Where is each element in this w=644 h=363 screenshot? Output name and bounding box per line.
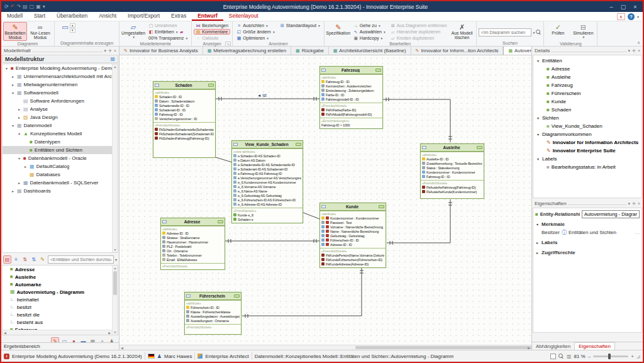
expander-icon[interactable]: ▸ (17, 181, 21, 185)
expander-icon[interactable]: ▸ (11, 82, 15, 87)
panel-menu-icon[interactable]: ▾ (628, 48, 631, 53)
merkmale-group[interactable]: ▾ Merkmale (535, 220, 640, 228)
expander-icon[interactable]: ▸ (23, 164, 28, 169)
edit-columns-icon[interactable]: ✎ (38, 255, 47, 264)
details-item-führerschein[interactable]: ■Führerschein (533, 89, 641, 98)
search-icon[interactable] (536, 30, 541, 35)
ribbon-tab-ansicht[interactable]: Ansicht (93, 11, 122, 21)
expander-icon[interactable]: ▾ (11, 91, 15, 95)
details-item-adresse[interactable]: ■Adresse (533, 65, 641, 73)
attribute-row[interactable]: Kundennummer : Kundennummer (422, 170, 482, 174)
create-content-button[interactable]: ▭▲▼ (57, 22, 80, 40)
attribute-row[interactable]: e.Schadenstelle-ID AS Schadenstelle-ID (233, 162, 301, 167)
tree-item-datenbankmodell-sqlserver[interactable]: ▸▦Datenbankmodell - SQLServer (3, 179, 118, 187)
list-item-beinhaltet[interactable]: ∟beinhaltet (3, 296, 118, 303)
zugriffsrechte-group[interactable]: ▸ Zugriffsrechte (535, 249, 640, 257)
pin-icon[interactable]: ✛ (108, 48, 112, 53)
größe-ändern-button[interactable]: ◱Größe ändern▾ (235, 29, 277, 35)
00-transparenz-button[interactable]: 00% Transparenz▾ (147, 35, 189, 41)
attribute-row[interactable]: Name : Namentliche Bezeichnung (321, 229, 384, 233)
panel-close-icon[interactable]: × (638, 48, 640, 53)
details-item-bearbeitungsstatus-in-arbeit[interactable]: ■Bearbeitungsstatus: in Arbeit (533, 163, 641, 171)
zoom-search-icon[interactable] (558, 354, 564, 359)
more-icon[interactable]: … (635, 230, 640, 235)
ribbon-tab-modell[interactable]: Modell (1, 11, 28, 21)
callouts-button[interactable]: ◌Callouts (194, 35, 230, 41)
attribute-row[interactable]: Führerschein-ID : ID (186, 305, 240, 310)
attribute-row[interactable]: Email : EMailAdresse (162, 257, 223, 262)
pin-icon[interactable]: ✛ (632, 48, 636, 53)
copy-icon[interactable]: ▤ (23, 4, 28, 9)
list-item-autovermietung-diagramm[interactable]: ▦Autovermietung - Diagramm (3, 288, 118, 296)
attribute-row[interactable]: Geburtstag : Geburtstag (321, 233, 384, 238)
attribute-row[interactable]: Schaden e (233, 217, 301, 221)
sync-icon[interactable]: ⟳ (4, 4, 9, 9)
language-flag-icon[interactable] (148, 354, 155, 359)
details-item-innovator-for-information-architects[interactable]: ✎Innovator for Information Architects (533, 138, 641, 147)
collapse-ribbon-icon[interactable]: ∧ (637, 40, 640, 45)
attribute-row[interactable]: e_6.Geburtstag AS Geburtstag (233, 193, 301, 198)
entity-adresse[interactable]: Adresse«attribute»Adresse-ID : IDStrasse… (160, 218, 225, 270)
tree-item-java-design[interactable]: ▸▨Java Design (3, 113, 118, 121)
attribute-row[interactable]: Fahrzeugmodell-ID : ID (321, 97, 381, 101)
attribute-row[interactable]: Datum : Schadensdatum (155, 99, 214, 103)
details-section-labels[interactable]: ▾Labels (533, 155, 641, 163)
doc-tab-rückgabe[interactable]: ▦Rückgabe (291, 47, 329, 55)
tree-item-enterprise-modeling-autovermietung-demo-16-2-1-30204[interactable]: ▾■Enterprise Modeling Autovermietung - D… (3, 64, 118, 72)
tree-item-unternehmensarchitekturmodell-mit-archimate[interactable]: ▸▦Unternehmensarchitekturmodell mit Arch… (3, 72, 118, 81)
attribute-row[interactable]: e_6.Führerschein-ID AS Führerschein-ID (233, 198, 301, 202)
zoom-slider[interactable] (593, 355, 628, 357)
attribute-row[interactable]: Ort : Ortsname (162, 249, 223, 253)
resize-grip[interactable]: ◢ (636, 354, 640, 359)
attribute-row[interactable]: Fahrzeug-ID : ID (422, 174, 482, 179)
list-item-besitzt-die[interactable]: ∟besitzt die (3, 311, 118, 318)
attribute-row[interactable]: e.Versicherungsnummer AS Versicherungsnu… (233, 176, 301, 180)
spezifikation-button[interactable]: ✎Spezifikation (326, 22, 350, 41)
attribute-row[interactable]: FkFzModell(Fahrzeugmodell-ID) (321, 112, 381, 116)
help-icon[interactable]: ? (628, 13, 635, 20)
attribute-row[interactable]: Hausnummer : Hausnummer (162, 240, 223, 244)
ribbon-tab-überarbeiten[interactable]: Überarbeiten (51, 11, 93, 21)
attribute-row[interactable]: FkKundeFührerschein(Führerschein-ID) (321, 257, 384, 262)
attribute-row[interactable]: e.Fahrzeug-ID AS Fahrzeug-ID (233, 171, 301, 176)
tree-scrollbar[interactable]: ▲▼ (112, 64, 118, 252)
tree-item-entitäten-und-sichten[interactable]: ■Entitäten und Sichten (3, 146, 118, 154)
tree-item-datenbankmodell-oracle[interactable]: ▾■Datenbankmodell - Oracle (3, 154, 118, 162)
prüfen-button[interactable]: ✓Prüfen (546, 22, 570, 41)
attribute-row[interactable]: Schaden-ID : ID (155, 94, 214, 99)
tree-item-konzeptionelles-modell[interactable]: ▾▲Konzeptionelles Modell (3, 130, 118, 138)
relationship-line-3[interactable] (225, 239, 319, 243)
panel-menu-icon[interactable]: ▾ (628, 201, 631, 206)
expander-icon[interactable]: ▾ (4, 66, 9, 70)
canvas-hscroll-thumb[interactable] (355, 346, 538, 349)
dialog-launcher-icon[interactable]: ↘ (225, 42, 231, 47)
doc-tab-innovator-for-inform-tion-architects[interactable]: ✎Innovator for Inform...tion Architects (411, 47, 504, 55)
new-icon[interactable]: ▢ (30, 4, 35, 9)
list-item-automarke[interactable]: ■Automarke (3, 281, 118, 288)
search-dropdown-icon[interactable]: ▾ (115, 257, 117, 262)
attribute-row[interactable]: PLZ : Postleitzahl (162, 244, 223, 249)
attribute-row[interactable]: Kundennummer : Kundennummer (321, 216, 384, 220)
relationship-label-ist[interactable]: ◄ ist (257, 93, 267, 98)
tree-item-dashboards[interactable]: ▸▦Dashboards (3, 187, 118, 195)
attribute-row[interactable]: e_6.Adresse-ID AS Adresse-ID (233, 202, 301, 206)
attribute-row[interactable]: Führerschein-ID : ID (321, 238, 384, 242)
tree-item-databases[interactable]: ▦Databases (3, 170, 118, 179)
diagram-canvas[interactable]: Schaden«attribute»Schaden-ID : IDDatum :… (119, 55, 531, 345)
attribute-row[interactable]: e_6.Kundennummer AS Kundennummer (233, 180, 301, 184)
relationship-line-6[interactable] (303, 213, 319, 219)
ribbon-tab-import-export[interactable]: Import/Export (122, 11, 165, 21)
knoten-duplizieren-button[interactable]: ▱Knoten duplizieren (389, 35, 449, 41)
expander-icon[interactable]: ▾ (17, 156, 21, 160)
attribute-row[interactable]: e.Schadenart-ID AS Schadenart-ID (233, 167, 301, 171)
attribute-row[interactable]: Versicherungsnummer : ID (155, 116, 214, 121)
attribute-row[interactable]: e_6.Vorname AS Vorname (233, 184, 301, 189)
attribute-row[interactable]: FkKundeAdresse(Adresse-ID) (321, 262, 384, 266)
attribute-row[interactable]: Strasse : Straßenname (162, 235, 223, 240)
list-item-besteht-aus[interactable]: ∟besteht aus (3, 318, 118, 326)
nur-lesen-modus-button[interactable]: ∞Nur-Lesen Modus (28, 22, 52, 41)
aus-modell-löschen-button[interactable]: ✗Aus Modell löschen (450, 22, 474, 41)
help-dropdown-icon[interactable]: ▾ (637, 14, 639, 19)
tree-item-mietwagenunternehmen[interactable]: ▸▦Mietwagenunternehmen (3, 81, 118, 89)
attribute-row[interactable]: Erstzulassung : Zulassungsdatum (321, 88, 381, 92)
